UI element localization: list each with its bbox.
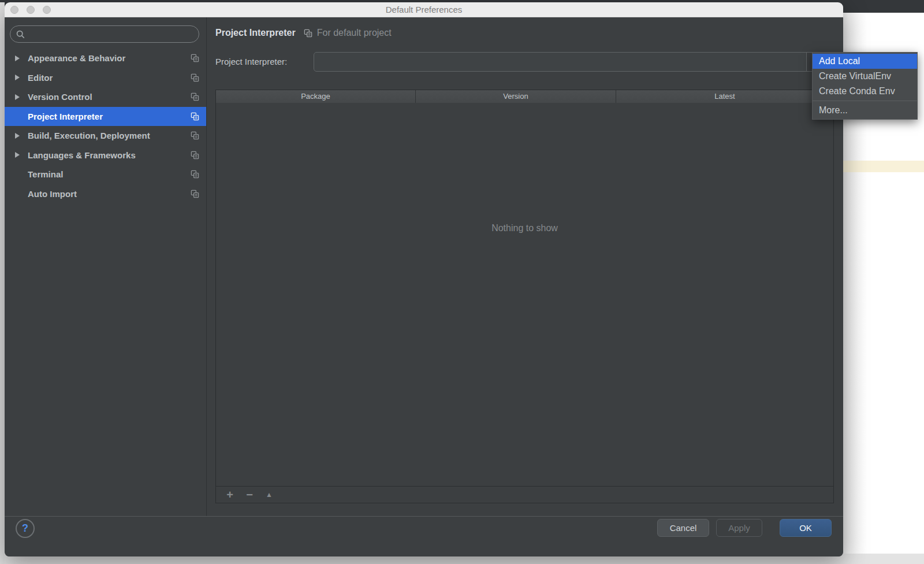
sidebar-item-label: Version Control <box>28 92 191 102</box>
sidebar-item-languages-frameworks[interactable]: Languages & Frameworks <box>5 146 206 165</box>
settings-sidebar: Appearance & Behavior Editor Version Con… <box>5 17 206 516</box>
page-subtitle: For default project <box>317 28 392 38</box>
preferences-window: Default Preferences Appearance & Behavio… <box>5 2 843 556</box>
menu-item-more[interactable]: More... <box>813 103 917 118</box>
background-highlight-row <box>840 161 924 172</box>
search-input[interactable] <box>25 29 199 39</box>
settings-copy-icon <box>191 131 199 140</box>
menu-separator <box>813 101 917 101</box>
packages-table: PackageVersionLatest Nothing to show + −… <box>215 90 834 503</box>
remove-package-button[interactable]: − <box>244 488 255 502</box>
menu-item-add-local[interactable]: Add Local <box>813 54 917 69</box>
expand-arrow-icon[interactable] <box>15 75 28 80</box>
interpreter-label: Project Interpreter: <box>215 52 287 72</box>
settings-copy-icon <box>191 151 199 159</box>
interpreter-row: Project Interpreter: <box>215 52 834 72</box>
page-title: Project Interpreter <box>215 28 296 38</box>
column-header-version[interactable]: Version <box>416 90 616 103</box>
window-content: Appearance & Behavior Editor Version Con… <box>5 17 843 556</box>
footer-buttons: CancelApplyOK <box>657 519 832 537</box>
sidebar-item-auto-import[interactable]: Auto Import <box>5 184 206 204</box>
minimize-button[interactable] <box>27 6 35 14</box>
settings-copy-icon <box>191 92 199 101</box>
settings-copy-icon <box>191 190 199 198</box>
interpreter-dropdown-menu: Add LocalCreate VirtualEnvCreate Conda E… <box>812 52 918 120</box>
sidebar-item-build-execution-deployment[interactable]: Build, Execution, Deployment <box>5 126 206 146</box>
expand-arrow-icon[interactable] <box>15 152 28 158</box>
help-button[interactable]: ? <box>16 519 35 538</box>
sidebar-item-label: Build, Execution, Deployment <box>28 131 191 140</box>
settings-tree: Appearance & Behavior Editor Version Con… <box>5 49 206 203</box>
expand-arrow-icon[interactable] <box>15 55 28 61</box>
settings-copy-icon <box>191 73 199 82</box>
sidebar-item-terminal[interactable]: Terminal <box>5 165 206 184</box>
sidebar-item-appearance-behavior[interactable]: Appearance & Behavior <box>5 49 206 68</box>
settings-copy-icon <box>304 29 312 38</box>
column-header-latest[interactable]: Latest <box>616 90 833 103</box>
packages-table-body[interactable]: Nothing to show <box>216 103 833 486</box>
interpreter-combobox[interactable] <box>314 52 832 72</box>
settings-copy-icon <box>191 112 199 121</box>
packages-table-header: PackageVersionLatest <box>216 90 833 103</box>
menu-item-create-conda-env[interactable]: Create Conda Env <box>813 84 917 99</box>
settings-search-box[interactable] <box>10 25 199 43</box>
column-header-package[interactable]: Package <box>216 90 416 103</box>
zoom-button[interactable] <box>43 6 51 14</box>
sidebar-item-label: Auto Import <box>28 189 191 199</box>
apply-button[interactable]: Apply <box>716 519 762 537</box>
settings-copy-icon <box>191 170 199 179</box>
menu-item-create-virtualenv[interactable]: Create VirtualEnv <box>813 69 917 84</box>
dialog-footer: ? CancelApplyOK <box>5 516 843 556</box>
expand-arrow-icon[interactable] <box>15 133 28 139</box>
settings-main-panel: Project Interpreter For default project … <box>207 17 843 516</box>
sidebar-item-project-interpreter[interactable]: Project Interpreter <box>5 107 206 127</box>
empty-table-message: Nothing to show <box>216 223 833 233</box>
sidebar-item-label: Languages & Frameworks <box>28 150 191 160</box>
search-icon <box>16 30 25 39</box>
sidebar-item-label: Editor <box>28 73 191 83</box>
add-package-button[interactable]: + <box>224 488 236 502</box>
page-header: Project Interpreter For default project <box>215 28 392 38</box>
background-window-left-edge <box>0 2 5 564</box>
expand-arrow-icon[interactable] <box>15 94 28 100</box>
upgrade-package-button[interactable]: ▲ <box>263 491 275 499</box>
sidebar-item-editor[interactable]: Editor <box>5 68 206 88</box>
sidebar-item-label: Terminal <box>28 169 191 179</box>
sidebar-item-label: Appearance & Behavior <box>28 53 191 63</box>
settings-copy-icon <box>191 54 199 62</box>
window-titlebar[interactable]: Default Preferences <box>5 2 843 17</box>
ok-button[interactable]: OK <box>780 519 832 537</box>
sidebar-item-version-control[interactable]: Version Control <box>5 87 206 107</box>
window-title: Default Preferences <box>5 2 843 17</box>
sidebar-item-label: Project Interpreter <box>28 112 191 121</box>
cancel-button[interactable]: Cancel <box>657 519 709 537</box>
close-button[interactable] <box>10 6 18 14</box>
packages-toolbar: + − ▲ <box>216 486 833 503</box>
